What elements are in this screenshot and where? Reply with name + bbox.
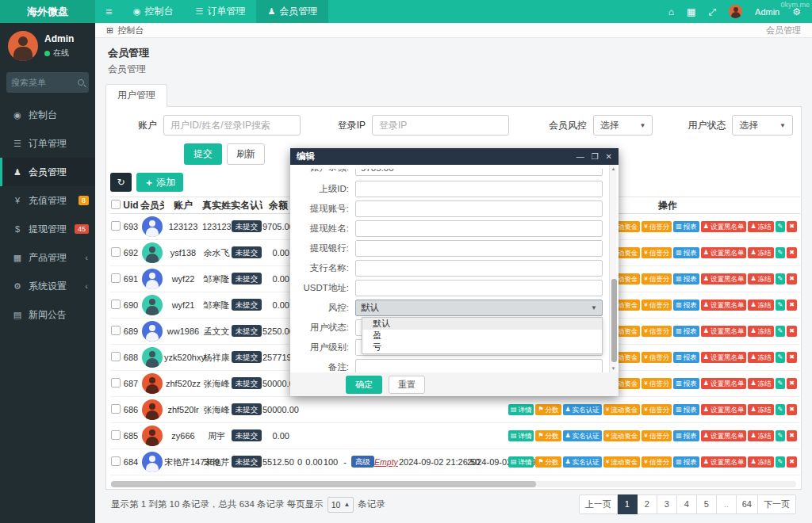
- delete-button[interactable]: ✖: [787, 404, 797, 415]
- set-blacklist-button[interactable]: ♟设置黑名单: [701, 378, 747, 390]
- report-button[interactable]: ▥报表: [673, 352, 699, 364]
- freeze-button[interactable]: ♟冻结: [748, 378, 773, 390]
- page-button-1[interactable]: 1: [618, 494, 638, 514]
- refresh-button[interactable]: 刷新: [227, 143, 265, 165]
- set-blacklist-button[interactable]: ♟设置黑名单: [701, 456, 747, 468]
- row-checkbox[interactable]: [111, 326, 121, 335]
- delete-button[interactable]: ✖: [787, 378, 797, 389]
- modal-input[interactable]: [355, 240, 603, 257]
- sidebar-item-新闻公告[interactable]: ▤新闻公告: [0, 300, 95, 329]
- score-button[interactable]: ⚑分数: [535, 456, 561, 468]
- credit-score-button[interactable]: ¥信誉分: [642, 430, 672, 442]
- delete-button[interactable]: ✖: [787, 430, 797, 441]
- delete-button[interactable]: ✖: [787, 326, 797, 337]
- row-checkbox[interactable]: [111, 273, 121, 283]
- row-checkbox[interactable]: [111, 456, 121, 466]
- risk-select[interactable]: 默认▼: [355, 300, 603, 316]
- horizontal-scrollbar[interactable]: [111, 481, 796, 487]
- edit-button[interactable]: ✎: [776, 300, 786, 311]
- details-button[interactable]: ▤详情: [508, 404, 534, 416]
- minimize-icon[interactable]: —: [576, 153, 584, 161]
- modal-input[interactable]: [355, 200, 603, 217]
- sidebar-item-控制台[interactable]: ◉控制台: [0, 101, 95, 129]
- sidebar-item-产品管理[interactable]: ▦产品管理‹: [0, 243, 95, 272]
- reset-button[interactable]: 重置: [389, 376, 425, 394]
- set-blacklist-button[interactable]: ♟设置黑名单: [701, 352, 747, 364]
- freeze-button[interactable]: ♟冻结: [748, 352, 773, 364]
- search-icon[interactable]: [78, 79, 84, 86]
- report-button[interactable]: ▥报表: [673, 273, 699, 285]
- liquid-funds-button[interactable]: ¥流动资金: [603, 404, 640, 416]
- scrollbar-thumb[interactable]: [111, 481, 536, 487]
- maximize-icon[interactable]: ❐: [592, 153, 599, 161]
- credit-score-button[interactable]: ¥信誉分: [642, 378, 672, 390]
- freeze-button[interactable]: ♟冻结: [748, 456, 773, 468]
- delete-button[interactable]: ✖: [787, 352, 797, 363]
- hamburger-icon[interactable]: ≡: [95, 0, 122, 23]
- credit-score-button[interactable]: ¥信誉分: [642, 352, 672, 364]
- status-filter-select[interactable]: 选择▼: [732, 115, 793, 136]
- row-checkbox[interactable]: [111, 378, 121, 387]
- realname-auth-button[interactable]: ♟实名认证: [563, 430, 602, 442]
- trash-icon[interactable]: ▦: [687, 6, 695, 17]
- modal-input[interactable]: [355, 280, 603, 296]
- reload-button[interactable]: ↻: [110, 173, 132, 192]
- realname-auth-button[interactable]: ♟实名认证: [563, 456, 602, 468]
- breadcrumb-home[interactable]: 控制台: [117, 25, 144, 36]
- navbar-username[interactable]: Admin: [755, 7, 779, 17]
- tab-user-management[interactable]: 用户管理: [105, 84, 167, 107]
- nav-item-会员管理[interactable]: ♟会员管理: [256, 0, 328, 23]
- credit-score-button[interactable]: ¥信誉分: [642, 326, 672, 338]
- row-checkbox[interactable]: [111, 221, 121, 231]
- edit-button[interactable]: ✎: [776, 378, 786, 389]
- credit-score-button[interactable]: ¥信誉分: [642, 273, 672, 285]
- risk-filter-select[interactable]: 选择▼: [593, 115, 653, 136]
- freeze-button[interactable]: ♟冻结: [748, 430, 773, 442]
- delete-button[interactable]: ✖: [787, 247, 797, 258]
- score-button[interactable]: ⚑分数: [535, 404, 561, 416]
- account-filter-input[interactable]: [163, 115, 301, 136]
- report-button[interactable]: ▥报表: [673, 404, 699, 416]
- invite-code-link[interactable]: Empty: [374, 457, 398, 467]
- sidebar-item-提现管理[interactable]: $提现管理45: [0, 215, 95, 243]
- edit-button[interactable]: ✎: [776, 326, 786, 337]
- liquid-funds-button[interactable]: ¥流动资金: [603, 430, 640, 442]
- score-button[interactable]: ⚑分数: [535, 430, 561, 442]
- next-page-button[interactable]: 下一页: [758, 494, 796, 514]
- modal-input[interactable]: [355, 359, 603, 372]
- set-blacklist-button[interactable]: ♟设置黑名单: [701, 300, 747, 311]
- edit-button[interactable]: ✎: [776, 430, 786, 441]
- freeze-button[interactable]: ♟冻结: [748, 273, 773, 285]
- navbar-avatar[interactable]: [729, 5, 742, 18]
- ip-filter-input[interactable]: [372, 115, 509, 136]
- liquid-funds-button[interactable]: ¥流动资金: [603, 456, 640, 468]
- delete-button[interactable]: ✖: [787, 273, 797, 284]
- sidebar-item-系统设置[interactable]: ⚙系统设置‹: [0, 272, 95, 300]
- report-button[interactable]: ▥报表: [673, 326, 699, 338]
- freeze-button[interactable]: ♟冻结: [748, 247, 773, 259]
- close-icon[interactable]: ✕: [606, 153, 612, 161]
- modal-scrollbar[interactable]: ▲ ▼: [609, 165, 617, 372]
- page-button-64[interactable]: 64: [737, 494, 758, 514]
- dropdown-option-亏[interactable]: 亏: [362, 342, 602, 353]
- row-checkbox[interactable]: [111, 430, 121, 440]
- modal-input[interactable]: [355, 181, 603, 197]
- delete-button[interactable]: ✖: [787, 456, 797, 468]
- edit-button[interactable]: ✎: [776, 221, 786, 232]
- credit-score-button[interactable]: ¥信誉分: [642, 404, 672, 416]
- credit-score-button[interactable]: ¥信誉分: [642, 456, 672, 468]
- details-button[interactable]: ▤详情: [508, 430, 534, 442]
- account-balance-field[interactable]: [355, 169, 603, 176]
- details-button[interactable]: ▤详情: [508, 456, 534, 468]
- row-checkbox[interactable]: [111, 300, 121, 309]
- nav-item-控制台[interactable]: ◉控制台: [122, 0, 185, 23]
- dropdown-option-盈[interactable]: 盈: [362, 330, 602, 342]
- sidebar-item-充值管理[interactable]: ¥充值管理8: [0, 186, 95, 215]
- submit-button[interactable]: 提交: [184, 143, 222, 165]
- set-blacklist-button[interactable]: ♟设置黑名单: [701, 430, 747, 442]
- delete-button[interactable]: ✖: [787, 221, 797, 232]
- page-button-4[interactable]: 4: [677, 494, 697, 514]
- confirm-button[interactable]: 确定: [346, 376, 382, 394]
- edit-button[interactable]: ✎: [776, 352, 786, 363]
- credit-score-button[interactable]: ¥信誉分: [642, 247, 672, 259]
